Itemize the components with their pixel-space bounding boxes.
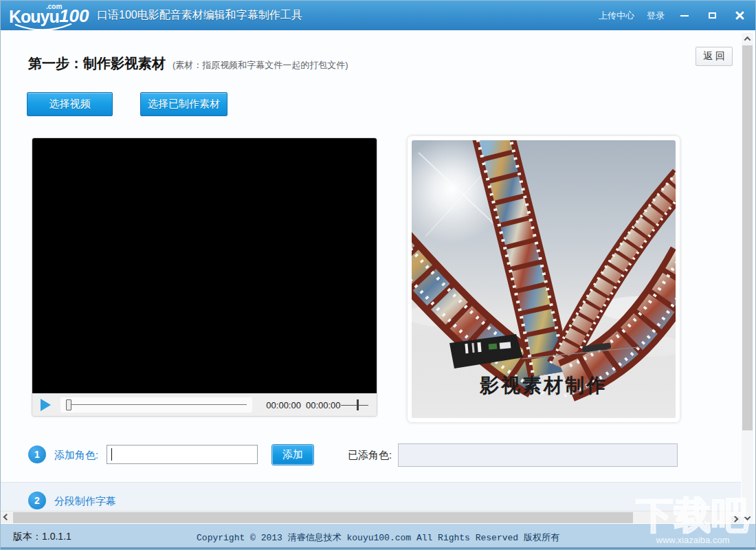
minimize-icon xyxy=(680,15,689,16)
video-player: 00:00:00 00:00:00 xyxy=(32,138,377,417)
scroll-down-button[interactable] xyxy=(742,512,753,524)
seek-slider[interactable] xyxy=(60,397,252,412)
added-roles-label: 已添角色: xyxy=(348,449,392,462)
step2-badge: 2 xyxy=(28,492,46,509)
seek-thumb[interactable] xyxy=(66,399,71,410)
app-title: 口语100电影配音素材编辑和字幕制作工具 xyxy=(97,8,302,23)
kouyu100-logo: .com Kouyu 100 xyxy=(9,3,85,29)
step2-label: 分段制作字幕 xyxy=(54,495,116,508)
status-bar: 版本：1.0.1.1 Copyright © 2013 清睿信息技术 kouyu… xyxy=(1,523,755,549)
role-input-wrap xyxy=(107,445,258,464)
copyright-label: Copyright © 2013 清睿信息技术 kouyu100.com All… xyxy=(1,531,755,544)
step1-title: 第一步：制作影视素材 xyxy=(28,54,166,73)
player-controls: 00:00:00 00:00:00 xyxy=(32,393,377,416)
step1-badge: 1 xyxy=(28,446,46,463)
close-button[interactable] xyxy=(732,9,747,23)
scroll-right-button[interactable] xyxy=(729,512,741,524)
logo-swoosh-icon xyxy=(14,23,72,32)
volume-track xyxy=(341,405,368,406)
titlebar-actions: 上传中心 登录 xyxy=(599,1,747,30)
scroll-left-button[interactable] xyxy=(1,512,12,524)
chevron-right-icon xyxy=(732,515,739,522)
chevron-left-icon xyxy=(3,514,10,520)
horizontal-scrollbar[interactable] xyxy=(1,511,741,524)
minimize-button[interactable] xyxy=(677,9,692,23)
vertical-scrollbar[interactable] xyxy=(742,33,753,524)
add-role-button[interactable]: 添加 xyxy=(272,445,313,465)
close-icon xyxy=(735,11,744,20)
horizontal-scroll-thumb[interactable] xyxy=(13,512,633,523)
preview-panel: 影视素材制作 xyxy=(408,136,680,422)
total-time: 00:00:00 xyxy=(306,400,341,410)
maximize-button[interactable] xyxy=(704,9,720,23)
back-button[interactable]: 返 回 xyxy=(696,47,733,66)
vertical-scroll-thumb[interactable] xyxy=(742,45,753,430)
upload-center-link[interactable]: 上传中心 xyxy=(599,10,634,22)
select-video-button[interactable]: 选择视频 xyxy=(27,92,113,116)
add-role-label: 添加角色: xyxy=(54,449,98,462)
current-time: 00:00:00 xyxy=(266,400,301,410)
added-roles-field xyxy=(398,443,678,467)
chevron-up-icon xyxy=(744,36,751,43)
titlebar: .com Kouyu 100 口语100电影配音素材编辑和字幕制作工具 上传中心… xyxy=(1,1,755,30)
preview-image: 影视素材制作 xyxy=(412,140,676,418)
preview-caption: 影视素材制作 xyxy=(412,373,676,399)
maximize-icon xyxy=(709,12,716,19)
role-input[interactable] xyxy=(107,445,258,464)
volume-thumb[interactable] xyxy=(357,399,359,410)
time-display: 00:00:00 00:00:00 xyxy=(266,400,340,410)
select-material-button[interactable]: 选择已制作素材 xyxy=(140,92,227,116)
step1-note: (素材：指原视频和字幕文件一起的打包文件) xyxy=(173,59,348,72)
step1-header: 第一步：制作影视素材 (素材：指原视频和字幕文件一起的打包文件) xyxy=(28,54,348,73)
login-link[interactable]: 登录 xyxy=(647,10,665,22)
play-icon[interactable] xyxy=(41,399,51,411)
video-screen[interactable] xyxy=(32,138,377,395)
app-window: .com Kouyu 100 口语100电影配音素材编辑和字幕制作工具 上传中心… xyxy=(0,0,756,550)
volume-slider[interactable] xyxy=(341,398,368,412)
chevron-down-icon xyxy=(744,514,751,520)
seek-track xyxy=(66,404,247,405)
scroll-up-button[interactable] xyxy=(742,33,753,45)
text-caret xyxy=(111,448,112,461)
